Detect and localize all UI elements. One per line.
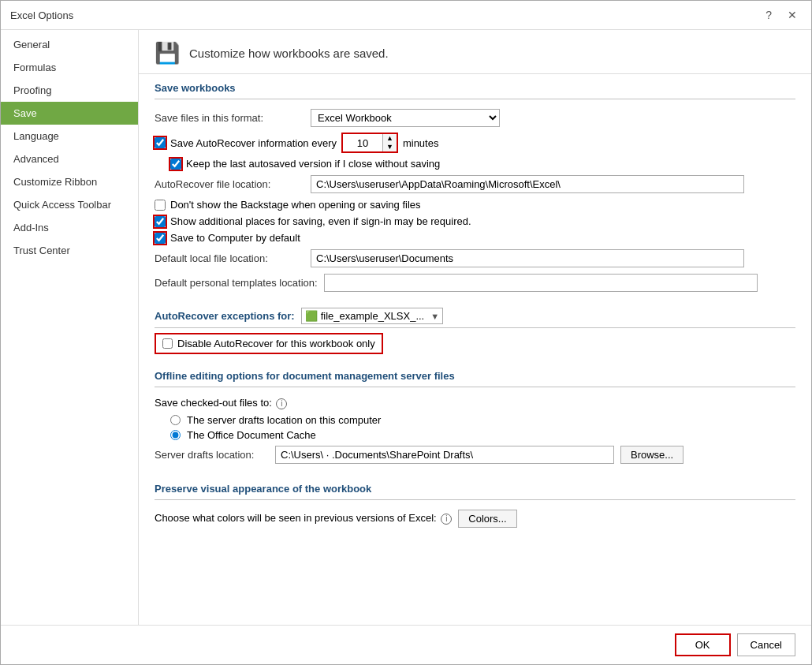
show-places-label: Show additional places for saving, even … [170, 215, 471, 227]
close-button[interactable]: ✕ [783, 7, 802, 23]
offline-editing-title: Offline editing options for document man… [155, 362, 795, 387]
default-local-input[interactable]: C:\Users\useruser\Documents [311, 249, 744, 267]
footer: OK Cancel [1, 625, 811, 664]
sidebar-item-general[interactable]: General [1, 33, 138, 56]
disable-autorecover-row: Disable AutoRecover for this workbook on… [155, 333, 383, 354]
show-places-checkbox[interactable] [155, 216, 166, 227]
sidebar-item-language[interactable]: Language [1, 125, 138, 148]
colors-row: Choose what colors will be seen in previ… [155, 506, 795, 531]
sidebar-item-customize-ribbon[interactable]: Customize Ribbon [1, 170, 138, 193]
default-templates-label: Default personal templates location: [155, 277, 318, 289]
keep-last-label: Keep the last autosaved version if I clo… [186, 158, 440, 170]
help-button[interactable]: ? [761, 7, 777, 23]
office-cache-radio-label: The Office Document Cache [187, 429, 316, 441]
autorecover-checkbox[interactable] [155, 137, 166, 148]
cancel-button[interactable]: Cancel [737, 633, 795, 656]
spinbox-controls: ▲ ▼ [382, 134, 397, 151]
keep-last-checkbox[interactable] [170, 159, 181, 170]
spinbox-up-button[interactable]: ▲ [383, 134, 397, 143]
autorecover-file-select[interactable]: 🟩 file_example_XLSX_... ▼ [301, 308, 443, 324]
disable-autorecover-label: Disable AutoRecover for this workbook on… [177, 338, 375, 349]
format-row: Save files in this format: Excel Workboo… [155, 106, 795, 130]
server-drafts-radio-row: The server drafts location on this compu… [155, 413, 795, 428]
excel-icon: 🟩 [305, 310, 318, 322]
file-select-label: file_example_XLSX_... [321, 310, 425, 322]
default-templates-input[interactable] [324, 274, 758, 292]
header-area: 💾 Customize how workbooks are saved. [139, 30, 811, 74]
save-checked-info-icon: i [276, 398, 287, 409]
sidebar-item-formulas[interactable]: Formulas [1, 56, 138, 79]
show-places-row: Show additional places for saving, even … [155, 213, 795, 230]
sidebar-item-proofing[interactable]: Proofing [1, 79, 138, 102]
sidebar-item-add-ins[interactable]: Add-Ins [1, 216, 138, 239]
title-controls: ? ✕ [761, 7, 802, 23]
title-bar: Excel Options ? ✕ [1, 1, 811, 30]
server-drafts-input[interactable]: C:\Users\ · .Documents\SharePoint Drafts… [275, 446, 614, 464]
autorecover-exceptions-title: AutoRecover exceptions for: [155, 310, 295, 322]
format-select[interactable]: Excel Workbook Excel 97-2003 Workbook Op… [311, 109, 500, 127]
server-drafts-location-row: Server drafts location: C:\Users\ · .Doc… [155, 443, 795, 467]
dialog-body: General Formulas Proofing Save Language … [1, 30, 811, 625]
keep-last-row: Keep the last autosaved version if I clo… [155, 155, 795, 172]
colors-button[interactable]: Colors... [458, 510, 516, 528]
main-content: 💾 Customize how workbooks are saved. Sav… [139, 30, 811, 625]
file-select-arrow-icon: ▼ [430, 312, 439, 321]
disable-autorecover-checkbox[interactable] [162, 338, 173, 349]
dont-show-label: Don't show the Backstage when opening or… [170, 199, 421, 211]
default-local-label: Default local file location: [155, 252, 304, 264]
autorecover-location-label: AutoRecover file location: [155, 178, 304, 190]
sidebar-item-save[interactable]: Save [1, 102, 138, 125]
save-checked-row: Save checked-out files to: i [155, 394, 795, 413]
spinbox-down-button[interactable]: ▼ [383, 143, 397, 151]
autorecover-value-input[interactable] [343, 136, 382, 151]
autorecover-spinbox[interactable]: ▲ ▼ [341, 133, 398, 153]
dont-show-checkbox[interactable] [155, 200, 166, 211]
save-computer-label: Save to Computer by default [170, 232, 300, 244]
save-computer-row: Save to Computer by default [155, 230, 795, 246]
default-templates-row: Default personal templates location: [155, 271, 795, 295]
preserve-visual-title: Preserve visual appearance of the workbo… [155, 475, 795, 500]
autorecover-label: Save AutoRecover information every [170, 137, 337, 149]
browse-button[interactable]: Browse... [620, 446, 683, 464]
dont-show-row: Don't show the Backstage when opening or… [155, 196, 795, 213]
sidebar-item-advanced[interactable]: Advanced [1, 148, 138, 170]
ok-button[interactable]: OK [675, 633, 731, 656]
format-label: Save files in this format: [155, 112, 304, 124]
dialog-title: Excel Options [10, 9, 73, 21]
colors-info-icon: i [441, 514, 452, 525]
colors-label: Choose what colors will be seen in previ… [155, 512, 452, 525]
autorecover-row: Save AutoRecover information every ▲ ▼ m… [155, 130, 795, 155]
sidebar-item-trust-center[interactable]: Trust Center [1, 239, 138, 262]
offline-editing-section: Offline editing options for document man… [155, 362, 795, 467]
server-drafts-location-label: Server drafts location: [155, 449, 269, 461]
save-computer-checkbox[interactable] [155, 233, 166, 244]
save-workbooks-title: Save workbooks [155, 74, 795, 99]
content-area: Save workbooks Save files in this format… [139, 74, 811, 531]
server-drafts-radio[interactable] [170, 415, 181, 425]
save-checked-label: Save checked-out files to: i [155, 397, 287, 409]
autorecover-unit: minutes [403, 137, 439, 149]
sidebar: General Formulas Proofing Save Language … [1, 30, 139, 625]
server-drafts-radio-label: The server drafts location on this compu… [187, 414, 381, 426]
sidebar-item-quick-access[interactable]: Quick Access Toolbar [1, 193, 138, 216]
header-text: Customize how workbooks are saved. [189, 47, 389, 60]
autorecover-exceptions-section: AutoRecover exceptions for: 🟩 file_examp… [155, 303, 795, 354]
excel-options-dialog: Excel Options ? ✕ General Formulas Proof… [0, 0, 812, 665]
autorecover-location-row: AutoRecover file location: C:\Users\user… [155, 172, 795, 196]
autorecover-location-input[interactable]: C:\Users\useruser\AppData\Roaming\Micros… [311, 175, 744, 193]
save-workbooks-section: Save workbooks Save files in this format… [155, 74, 795, 295]
preserve-visual-section: Preserve visual appearance of the workbo… [155, 475, 795, 531]
office-cache-radio[interactable] [170, 430, 181, 440]
default-local-row: Default local file location: C:\Users\us… [155, 246, 795, 271]
save-icon: 💾 [155, 41, 180, 65]
office-cache-radio-row: The Office Document Cache [155, 428, 795, 443]
